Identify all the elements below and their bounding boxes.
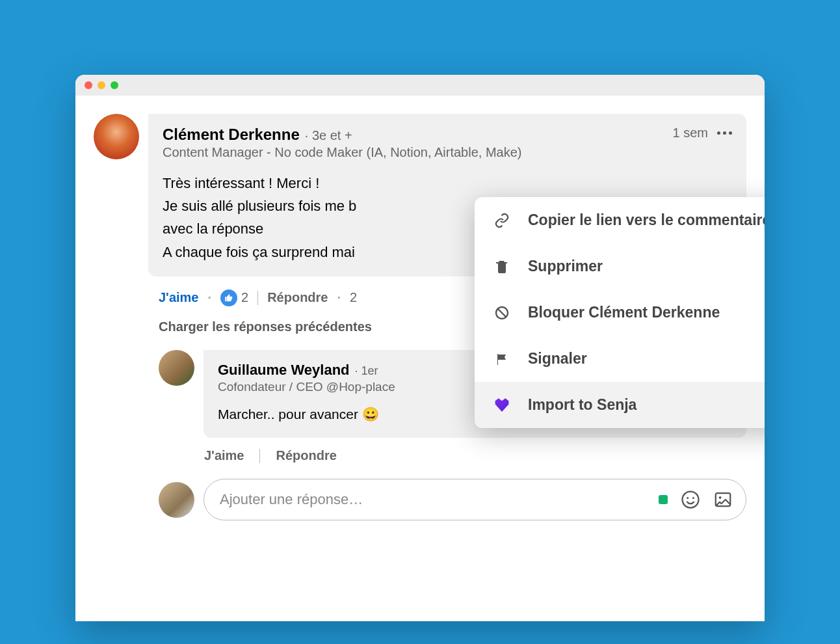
reply-button[interactable]: Répondre [276,448,336,463]
reply-input[interactable]: Ajouter une réponse… [203,479,746,520]
like-count[interactable]: 2 [220,289,248,306]
context-menu: Copier le lien vers le commentaire Suppr… [475,197,765,428]
menu-block[interactable]: Bloquer Clément Derkenne [475,289,765,336]
reply-button[interactable]: Répondre [267,290,328,305]
trash-icon [493,258,511,276]
comment-author-job: Content Manager - No code Maker (IA, Not… [163,145,732,160]
status-indicator [659,495,668,504]
menu-report[interactable]: Signaler [475,336,765,382]
reply-actions: J'aime Répondre [159,438,746,479]
menu-copy-link[interactable]: Copier le lien vers le commentaire [475,197,765,243]
emoji-picker-button[interactable] [681,490,700,509]
menu-delete[interactable]: Supprimer [475,243,765,289]
connection-degree: · 3e et + [305,128,352,143]
avatar[interactable] [159,482,194,518]
comment-time: 1 sem [673,126,708,141]
titlebar [75,75,765,96]
reply-count: 2 [350,290,357,305]
svg-point-4 [719,496,722,499]
reply-author[interactable]: Guillaume Weyland [218,362,350,379]
avatar[interactable] [94,114,139,159]
thumbs-up-icon [220,289,237,306]
heart-icon [493,396,511,414]
like-button[interactable]: J'aime [159,290,198,305]
minimize-window-button[interactable] [98,81,105,89]
app-window: 1 sem Clément Derkenne · 3e et + Content… [75,75,765,621]
block-icon [493,304,511,322]
like-button[interactable]: J'aime [204,448,244,463]
avatar[interactable] [159,350,194,386]
svg-point-2 [692,497,694,499]
svg-point-1 [687,497,689,499]
comment-meta: 1 sem [673,126,732,141]
maximize-window-button[interactable] [111,81,118,89]
more-options-button[interactable] [717,131,732,135]
svg-line-6 [498,309,506,317]
svg-point-0 [683,492,699,508]
flag-icon [493,350,511,368]
close-window-button[interactable] [85,81,92,89]
image-picker-button[interactable] [713,490,733,509]
menu-import-senja[interactable]: Import to Senja [475,382,765,428]
comment-author[interactable]: Clément Derkenne [163,126,300,144]
reply-placeholder: Ajouter une réponse… [220,491,363,508]
compose-row: Ajouter une réponse… [94,479,746,520]
link-icon [493,211,511,230]
connection-degree: · 1er [355,364,378,378]
